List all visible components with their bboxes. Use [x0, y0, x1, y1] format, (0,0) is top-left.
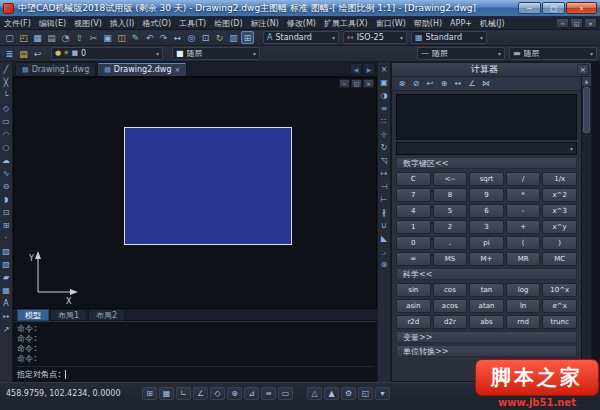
- plot-icon[interactable]: ▤: [45, 31, 58, 44]
- document-tab[interactable]: ▤Drawing2.dwg×: [97, 62, 187, 76]
- erase-icon[interactable]: ×: [378, 64, 390, 76]
- grid-toggle[interactable]: ▦: [159, 387, 174, 400]
- layout-tab[interactable]: 布局2: [88, 309, 125, 321]
- calc-key[interactable]: MC: [542, 252, 577, 266]
- mirror-icon[interactable]: ◑: [378, 90, 390, 102]
- copy-icon[interactable]: ▣: [101, 31, 114, 44]
- save-icon[interactable]: ▦: [31, 31, 44, 44]
- stretch-icon[interactable]: ↦: [378, 168, 390, 180]
- calc-key[interactable]: -: [506, 204, 541, 218]
- calculator-input[interactable]: [396, 142, 577, 155]
- close-button[interactable]: ×: [566, 2, 597, 14]
- minimize-button[interactable]: ─: [518, 2, 541, 14]
- child-minimize-button[interactable]: ─: [339, 79, 350, 88]
- match-properties-icon[interactable]: ✎: [129, 31, 142, 44]
- calc-key[interactable]: trunc: [542, 315, 577, 329]
- calc-key[interactable]: 7: [396, 188, 431, 202]
- menu-item[interactable]: 机械(J): [476, 17, 509, 30]
- calc-clear-icon[interactable]: ⊗: [396, 78, 408, 89]
- calc-get-coordinates-icon[interactable]: ⊕: [438, 78, 450, 89]
- calc-angle-icon[interactable]: ∠: [466, 78, 478, 89]
- calc-key[interactable]: d2r: [433, 315, 468, 329]
- calc-key[interactable]: abs: [469, 315, 504, 329]
- calc-key[interactable]: =: [396, 252, 431, 266]
- menu-item[interactable]: 视图(V): [70, 17, 106, 30]
- menu-item[interactable]: 格式(O): [138, 17, 175, 30]
- line-icon[interactable]: ╱: [0, 64, 12, 76]
- make-block-icon[interactable]: ⊞: [0, 220, 12, 232]
- otrack-toggle[interactable]: ⊕: [227, 387, 242, 400]
- calc-key[interactable]: 6: [469, 204, 504, 218]
- mdi-close-button[interactable]: ×: [584, 18, 597, 28]
- menu-item[interactable]: 插入(I): [106, 17, 139, 30]
- calc-key[interactable]: log: [506, 283, 541, 297]
- model-toggle[interactable]: ▭: [278, 387, 293, 400]
- calc-key[interactable]: tan: [469, 283, 504, 297]
- menu-item[interactable]: 标注(N): [247, 17, 283, 30]
- break-icon[interactable]: ∦: [378, 207, 390, 219]
- child-restore-button[interactable]: ◱: [351, 79, 362, 88]
- hatch-icon[interactable]: ▨: [0, 246, 12, 258]
- cut-icon[interactable]: ✂: [87, 31, 100, 44]
- child-close-button[interactable]: ×: [363, 79, 374, 88]
- calc-key[interactable]: 1: [396, 220, 431, 234]
- calc-key[interactable]: 8: [433, 188, 468, 202]
- move-icon[interactable]: ⊹: [378, 129, 390, 141]
- scroll-up-icon[interactable]: [582, 77, 591, 86]
- menu-item[interactable]: 修改(M): [283, 17, 320, 30]
- calc-key[interactable]: 5: [433, 204, 468, 218]
- offset-icon[interactable]: ≡: [378, 103, 390, 115]
- polyline-icon[interactable]: └: [0, 90, 12, 102]
- calc-key[interactable]: ln: [506, 299, 541, 313]
- array-icon[interactable]: ∷: [378, 116, 390, 128]
- calc-key[interactable]: 0: [396, 236, 431, 250]
- calc-key[interactable]: 10^x: [542, 283, 577, 297]
- copy-object-icon[interactable]: ▣: [378, 77, 390, 89]
- maximize-button[interactable]: ▢: [542, 2, 565, 14]
- open-icon[interactable]: ◰: [17, 31, 30, 44]
- workspace-icon[interactable]: ⚙: [341, 387, 356, 400]
- tab-scroll-right-icon[interactable]: ▶: [363, 63, 375, 75]
- ellipse-arc-icon[interactable]: ◗: [0, 194, 12, 206]
- gradient-icon[interactable]: ▧: [0, 259, 12, 271]
- dyn-toggle[interactable]: ⊿: [244, 387, 259, 400]
- rotate-icon[interactable]: ↻: [378, 142, 390, 154]
- calc-key[interactable]: M+: [469, 252, 504, 266]
- annotation-auto-icon[interactable]: ▲: [324, 387, 339, 400]
- chamfer-icon[interactable]: ◣: [378, 233, 390, 245]
- document-tab[interactable]: ▤Drawing1.dwg: [15, 62, 96, 76]
- calc-key[interactable]: asin: [396, 299, 431, 313]
- calc-key[interactable]: ): [542, 236, 577, 250]
- calc-key[interactable]: 2: [433, 220, 468, 234]
- ellipse-icon[interactable]: ⊖: [0, 181, 12, 193]
- revision-cloud-icon[interactable]: ☁: [0, 155, 12, 167]
- dimension-icon[interactable]: ↔: [0, 311, 12, 323]
- calc-key[interactable]: +: [506, 220, 541, 234]
- undo-icon[interactable]: ↶: [143, 31, 156, 44]
- calc-key[interactable]: /: [506, 172, 541, 186]
- calc-intersection-icon[interactable]: ⋈: [480, 78, 492, 89]
- panel-scrollbar[interactable]: [581, 77, 591, 381]
- clean-screen-icon[interactable]: ◱: [358, 387, 373, 400]
- new-icon[interactable]: ▢: [3, 31, 16, 44]
- region-icon[interactable]: ▰: [0, 272, 12, 284]
- calc-key[interactable]: <--: [433, 172, 468, 186]
- tab-scroll-left-icon[interactable]: ◀: [350, 63, 362, 75]
- command-input[interactable]: 指定对角点:: [17, 366, 373, 380]
- point-icon[interactable]: ·: [0, 233, 12, 245]
- calc-key[interactable]: 1/x: [542, 172, 577, 186]
- publish-icon[interactable]: ⇧: [73, 31, 86, 44]
- menu-item[interactable]: 文件(F): [0, 17, 35, 30]
- insert-block-icon[interactable]: ⊡: [0, 207, 12, 219]
- menu-item[interactable]: APP+: [446, 17, 476, 30]
- text-style-combo[interactable]: AStandard: [263, 31, 339, 44]
- spline-icon[interactable]: ∿: [0, 168, 12, 180]
- paste-icon[interactable]: ◫: [115, 31, 128, 44]
- status-menu-icon[interactable]: ▾: [375, 387, 390, 400]
- table-icon[interactable]: ▦: [0, 285, 12, 297]
- arc-icon[interactable]: ◠: [0, 129, 12, 141]
- layer-properties-icon[interactable]: ≣: [3, 47, 16, 60]
- calc-key[interactable]: *: [506, 188, 541, 202]
- fillet-icon[interactable]: ◞: [378, 246, 390, 258]
- menu-item[interactable]: 工具(T): [175, 17, 210, 30]
